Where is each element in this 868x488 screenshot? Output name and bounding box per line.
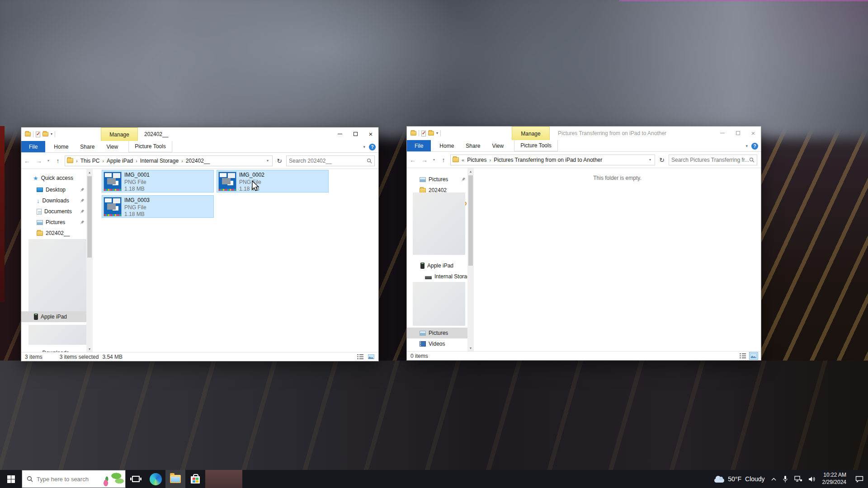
weather-widget[interactable]: 50°F Cloudy [714,475,764,483]
breadcrumb-this-pc[interactable]: This PC [80,158,100,164]
scroll-up-icon[interactable]: ▴ [467,168,474,174]
scrollbar-thumb[interactable] [468,175,473,266]
manage-ribbon-tab[interactable]: Manage [512,127,550,140]
large-icons-view-icon[interactable] [367,353,376,361]
sidebar-item-apple-ipad[interactable]: Apple iPad [21,311,86,322]
minimize-button[interactable] [332,127,348,141]
refresh-icon[interactable]: ↻ [274,156,284,166]
back-button[interactable]: ← [22,156,32,166]
sidebar-item-internal-storage[interactable]: Internal Storage [407,271,467,282]
breadcrumb-overflow-chevrons[interactable]: « [460,157,466,163]
maximize-button[interactable] [348,127,363,141]
sidebar-scrollbar[interactable]: ▴ ▾ [467,168,474,351]
taskbar-search-box[interactable] [22,470,126,488]
search-highlight-image[interactable] [99,470,125,488]
taskbar-search-input[interactable] [37,476,95,483]
qat-customize-caret-icon[interactable]: ▾ [436,131,438,135]
microphone-tray-button[interactable] [783,475,788,483]
qat-customize-caret-icon[interactable]: ▾ [51,132,52,136]
details-view-icon[interactable] [738,352,747,360]
large-icons-view-icon[interactable] [749,352,758,360]
breadcrumb-202402[interactable]: 202402__ [186,158,210,164]
sidebar-item-quick-access[interactable]: ★ Quick access [21,173,86,183]
scroll-down-icon[interactable]: ▾ [86,346,93,352]
sidebar-item-downloads[interactable]: ↓ Downloads [21,195,86,206]
refresh-icon[interactable]: ↻ [657,155,667,165]
file-tile-img-0002[interactable]: IMG_0002 PNG File 1.18 MB [217,170,329,192]
recent-locations-caret-icon[interactable]: ▾ [46,156,51,166]
sidebar-item-202402[interactable]: 202402__ [21,228,86,239]
file-list[interactable]: IMG_0001 PNG File 1.18 MB IMG_0002 PNG F… [93,169,378,352]
folder-icon[interactable] [410,131,416,136]
up-button[interactable]: ↑ [439,155,448,165]
title-bar[interactable]: ▾ Manage Pictures Transferring from on i… [407,127,761,140]
tab-home[interactable]: Home [434,140,460,151]
file-tile-img-0003[interactable]: IMG_0003 PNG File 1.18 MB [102,195,214,218]
clock[interactable]: 10:22 AM 2/29/2024 [822,472,846,486]
close-button[interactable]: × [745,127,761,140]
breadcrumb[interactable]: « Pictures › Pictures Transferring from … [450,155,655,165]
tab-file[interactable]: File [407,140,431,151]
tab-view[interactable]: View [486,140,509,151]
ribbon-expand-caret-icon[interactable]: ▾ [363,145,365,149]
new-folder-icon[interactable] [428,131,434,136]
sidebar-item-apple-ipad[interactable]: Apple iPad [407,260,467,271]
edge-button[interactable] [146,470,165,488]
microsoft-store-button[interactable] [185,470,205,488]
maximize-button[interactable] [730,127,745,140]
sidebar-scrollbar[interactable]: ▴ ▾ [86,169,93,352]
tab-view[interactable]: View [100,141,124,152]
help-icon[interactable]: ? [369,144,376,150]
close-button[interactable]: × [363,127,378,141]
sidebar-item-pictures[interactable]: Pictures [407,174,467,185]
details-view-icon[interactable] [356,353,365,361]
search-box[interactable] [286,155,375,166]
sidebar-item-downloads-partial[interactable]: ↓ Downloads [21,347,86,352]
show-hidden-icons-button[interactable] [771,478,776,481]
volume-tray-button[interactable] [808,476,816,482]
breadcrumb-apple-ipad[interactable]: Apple iPad [107,158,133,164]
search-input[interactable] [671,157,749,163]
tab-picture-tools[interactable]: Picture Tools [514,140,557,151]
recent-locations-caret-icon[interactable]: ▾ [431,155,437,165]
new-folder-icon[interactable] [42,132,48,136]
breadcrumb[interactable]: › This PC › Apple iPad › Internal Storag… [65,155,273,166]
tab-home[interactable]: Home [48,141,74,152]
up-button[interactable]: ↑ [53,156,63,166]
sidebar-item-pictures[interactable]: Pictures [21,217,86,228]
address-dropdown-caret-icon[interactable]: ▾ [265,159,270,163]
forward-button[interactable]: → [34,156,44,166]
sidebar-item-documents[interactable]: Documents [21,206,86,217]
start-button[interactable] [0,470,22,488]
file-explorer-button[interactable] [165,470,185,488]
minimize-button[interactable] [715,127,730,140]
sidebar-item-desktop[interactable]: Desktop [21,184,86,195]
scroll-down-icon[interactable]: ▾ [467,345,474,351]
forward-button[interactable]: → [420,155,429,165]
tab-share[interactable]: Share [460,140,486,151]
network-tray-button[interactable] [794,476,802,482]
sidebar-item-pictures-selected[interactable]: Pictures [407,328,467,338]
scroll-up-icon[interactable]: ▴ [86,169,93,175]
back-button[interactable]: ← [408,155,418,165]
breadcrumb-transfer-folder[interactable]: Pictures Transferring from on iPad to An… [494,157,602,163]
search-input[interactable] [289,158,367,164]
sidebar-item-videos[interactable]: Videos [407,338,467,349]
title-bar[interactable]: ▾ Manage 202402__ × [21,127,378,141]
folder-icon[interactable] [25,132,31,136]
tab-share[interactable]: Share [74,141,100,152]
help-icon[interactable]: ? [751,143,758,150]
tab-picture-tools[interactable]: Picture Tools [128,141,172,152]
properties-check-icon[interactable] [421,131,426,136]
search-box[interactable] [669,155,757,165]
address-dropdown-caret-icon[interactable]: ▾ [647,158,653,162]
file-list-empty[interactable]: This folder is empty. [474,168,761,351]
breadcrumb-pictures[interactable]: Pictures [467,157,486,163]
breadcrumb-internal-storage[interactable]: Internal Storage [140,158,179,164]
tab-file[interactable]: File [21,141,45,152]
ribbon-expand-caret-icon[interactable]: ▾ [745,144,748,148]
task-view-button[interactable] [126,470,146,488]
action-center-button[interactable] [855,476,863,483]
properties-check-icon[interactable] [36,131,40,137]
open-app-button[interactable] [205,470,242,488]
